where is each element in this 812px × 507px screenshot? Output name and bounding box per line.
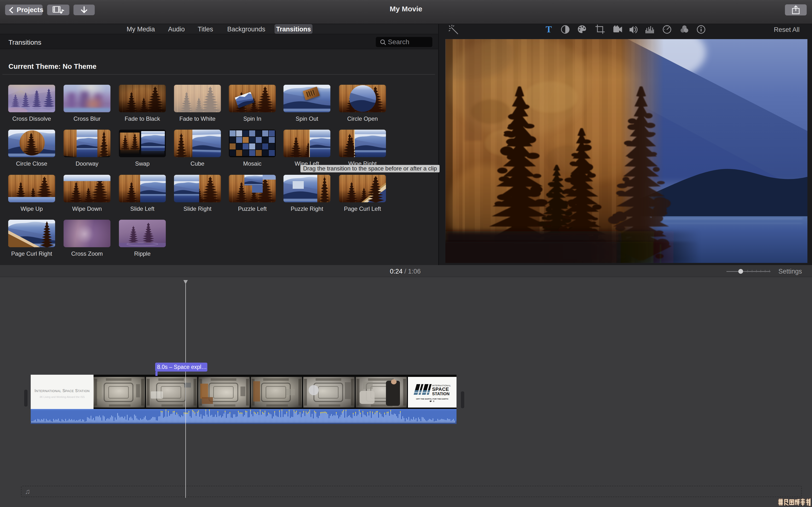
svg-text:T: T [546,24,552,34]
svg-text:OFF THE EARTH, FOR THE EARTH: OFF THE EARTH, FOR THE EARTH [416,398,448,400]
svg-text:SPACE: SPACE [432,387,449,392]
svg-text:STATION: STATION [432,392,450,396]
